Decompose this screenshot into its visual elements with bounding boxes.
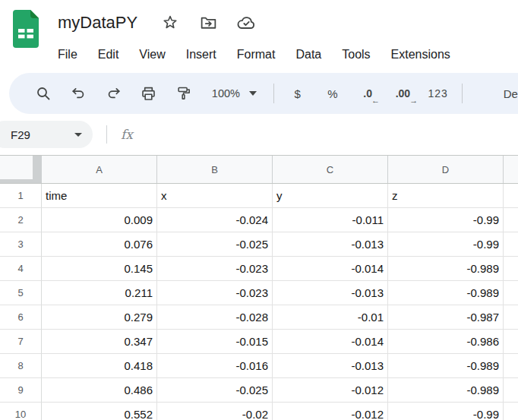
menu-item-edit[interactable]: Edit: [98, 48, 119, 62]
cell-B8[interactable]: -0.016: [157, 354, 273, 378]
increase-decimal-button[interactable]: .00→: [385, 87, 420, 99]
cell-partial-6[interactable]: [504, 305, 518, 330]
cell-A4[interactable]: 0.145: [42, 257, 157, 281]
cell-B3[interactable]: -0.025: [157, 232, 273, 257]
cell-partial-10[interactable]: [504, 403, 518, 420]
menubar: File Edit View Insert Format Data Tools …: [58, 39, 518, 70]
row-header-8[interactable]: 8: [0, 354, 42, 378]
sheets-logo-icon[interactable]: [11, 9, 41, 49]
cell-partial-2[interactable]: [504, 208, 518, 232]
cell-D4[interactable]: -0.989: [388, 257, 504, 281]
cell-A2[interactable]: 0.009: [42, 208, 157, 232]
title-row: myDataPY: [58, 6, 518, 39]
cell-C8[interactable]: -0.013: [273, 354, 388, 378]
decrease-decimal-button[interactable]: .0←: [350, 87, 385, 99]
zoom-select[interactable]: 100%: [201, 87, 267, 99]
column-header-partial[interactable]: [504, 156, 518, 183]
cell-B2[interactable]: -0.024: [157, 208, 273, 232]
cell-C7[interactable]: -0.014: [273, 330, 388, 354]
cell-A1[interactable]: time: [42, 184, 157, 208]
column-header-C[interactable]: C: [273, 156, 388, 183]
cell-D3[interactable]: -0.99: [388, 232, 504, 257]
row-header-3[interactable]: 3: [0, 232, 42, 257]
cell-D8[interactable]: -0.989: [388, 354, 504, 378]
row-header-5[interactable]: 5: [0, 281, 42, 305]
cell-B9[interactable]: -0.025: [157, 378, 273, 403]
zoom-value: 100%: [212, 87, 240, 99]
column-header-A[interactable]: A: [42, 156, 157, 183]
cell-D2[interactable]: -0.99: [388, 208, 504, 232]
menu-item-view[interactable]: View: [139, 48, 165, 62]
column-header-D[interactable]: D: [388, 156, 504, 183]
row-header-7[interactable]: 7: [0, 330, 42, 354]
menu-item-file[interactable]: File: [58, 48, 77, 62]
cell-partial-3[interactable]: [504, 232, 518, 257]
cell-D1[interactable]: z: [388, 184, 504, 208]
row-header-1[interactable]: 1: [0, 184, 42, 208]
cell-A5[interactable]: 0.211: [42, 281, 157, 305]
move-to-folder-icon[interactable]: [198, 13, 218, 33]
menu-item-format[interactable]: Format: [237, 48, 276, 62]
format-currency-button[interactable]: $: [280, 87, 315, 100]
cell-C3[interactable]: -0.013: [273, 232, 388, 257]
row-header-6[interactable]: 6: [0, 305, 42, 330]
cell-B1[interactable]: x: [157, 184, 273, 208]
formula-bar: F29 fx: [0, 114, 518, 155]
cell-B7[interactable]: -0.015: [157, 330, 273, 354]
cell-B6[interactable]: -0.028: [157, 305, 273, 330]
cell-C5[interactable]: -0.013: [273, 281, 388, 305]
cell-B5[interactable]: -0.023: [157, 281, 273, 305]
font-selector[interactable]: De: [504, 87, 518, 100]
cell-partial-8[interactable]: [504, 354, 518, 378]
cell-C9[interactable]: -0.012: [273, 378, 388, 403]
document-title[interactable]: myDataPY: [58, 13, 137, 33]
menu-item-insert[interactable]: Insert: [186, 48, 216, 62]
format-percent-button[interactable]: %: [315, 87, 350, 100]
menu-item-tools[interactable]: Tools: [342, 48, 370, 62]
redo-icon[interactable]: [96, 85, 131, 103]
cell-A7[interactable]: 0.347: [42, 330, 157, 354]
print-icon[interactable]: [131, 85, 166, 103]
name-box[interactable]: F29: [0, 121, 93, 148]
select-all-corner[interactable]: [0, 156, 42, 183]
cell-C10[interactable]: -0.012: [273, 403, 388, 420]
cell-C1[interactable]: y: [273, 184, 388, 208]
paint-format-icon[interactable]: [166, 85, 201, 102]
cell-D10[interactable]: -0.99: [388, 403, 504, 420]
number-format-button[interactable]: 123: [421, 87, 456, 99]
cell-D6[interactable]: -0.987: [388, 305, 504, 330]
cell-C4[interactable]: -0.014: [273, 257, 388, 281]
search-icon[interactable]: [26, 84, 61, 103]
cell-partial-7[interactable]: [504, 330, 518, 354]
menu-item-data[interactable]: Data: [295, 48, 321, 62]
cell-C2[interactable]: -0.011: [273, 208, 388, 232]
cell-A10[interactable]: 0.552: [42, 403, 157, 420]
cell-partial-5[interactable]: [504, 281, 518, 305]
cell-A8[interactable]: 0.418: [42, 354, 157, 378]
cell-B10[interactable]: -0.02: [157, 403, 273, 420]
cell-D9[interactable]: -0.989: [388, 378, 504, 403]
row-header-9[interactable]: 9: [0, 378, 42, 403]
cell-D7[interactable]: -0.986: [388, 330, 504, 354]
cell-partial-9[interactable]: [504, 378, 518, 403]
undo-icon[interactable]: [61, 85, 96, 103]
star-icon[interactable]: [160, 13, 180, 33]
cell-B4[interactable]: -0.023: [157, 257, 273, 281]
row-header-10[interactable]: 10: [0, 403, 42, 420]
table-row-4: 40.145-0.023-0.014-0.989: [0, 257, 518, 281]
cell-D5[interactable]: -0.989: [388, 281, 504, 305]
cell-A3[interactable]: 0.076: [42, 232, 157, 257]
cell-A9[interactable]: 0.486: [42, 378, 157, 403]
table-row-2: 20.009-0.024-0.011-0.99: [0, 208, 518, 232]
cell-C6[interactable]: -0.01: [273, 305, 388, 330]
menu-item-extensions[interactable]: Extensions: [391, 48, 450, 62]
cell-partial-1[interactable]: [504, 184, 518, 208]
title-column: myDataPY: [58, 6, 518, 73]
cloud-saved-icon: [236, 13, 256, 33]
column-header-B[interactable]: B: [157, 156, 273, 183]
chevron-down-icon: [74, 133, 82, 137]
row-header-4[interactable]: 4: [0, 257, 42, 281]
cell-partial-4[interactable]: [504, 257, 518, 281]
cell-A6[interactable]: 0.279: [42, 305, 157, 330]
row-header-2[interactable]: 2: [0, 208, 42, 232]
